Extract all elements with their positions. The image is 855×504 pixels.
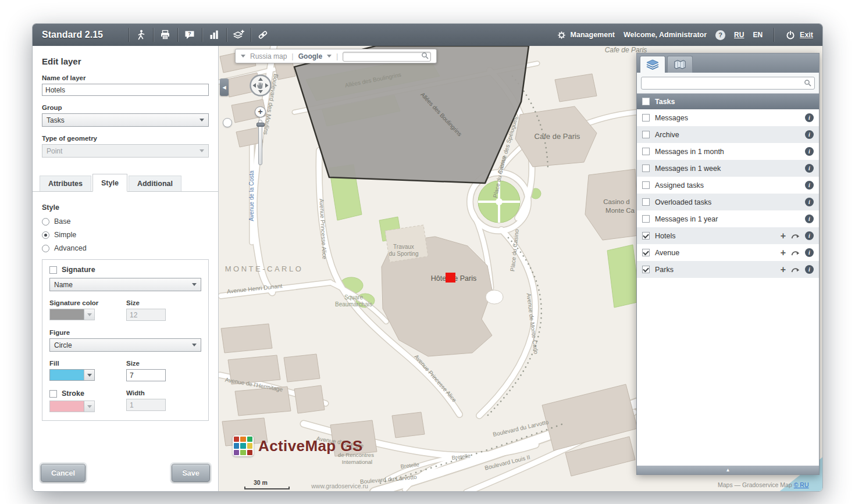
radio-base[interactable]: Base (42, 217, 209, 226)
group-checkbox[interactable] (642, 98, 650, 105)
language-en[interactable]: EN (753, 31, 763, 39)
swatch-dropdown-button[interactable] (84, 370, 94, 380)
layers-panel-collapse[interactable]: ▲ (637, 466, 819, 474)
layer-info-icon[interactable]: i (805, 248, 814, 257)
search-icon[interactable] (804, 79, 812, 87)
map-search (343, 51, 431, 62)
print-button[interactable] (156, 27, 175, 43)
map-round-control[interactable] (223, 118, 232, 127)
tab-layers[interactable] (640, 56, 665, 73)
layer-row-messages-in-1-week[interactable]: Messages in 1 weeki (637, 160, 819, 177)
signature-field-select[interactable]: Name (49, 278, 201, 291)
group-select[interactable]: Tasks (42, 113, 209, 127)
layer-label: Messages (655, 114, 800, 122)
provider-select[interactable]: Google (298, 52, 322, 60)
layer-row-overloaded-tasks[interactable]: Overloaded tasksi (637, 194, 819, 210)
layer-row-hotels[interactable]: Hotels+i (637, 227, 819, 244)
layer-checkbox[interactable] (642, 266, 650, 273)
add-feature-icon[interactable]: + (781, 265, 786, 274)
stroke-checkbox-row[interactable]: Stroke (49, 389, 113, 398)
feedback-button[interactable]: ? (180, 27, 200, 43)
edit-geometry-icon[interactable] (791, 266, 800, 273)
add-layer-button[interactable] (229, 27, 248, 43)
signature-label: Signature (62, 266, 95, 274)
layer-row-avenue[interactable]: Avenue+i (637, 244, 819, 261)
collapse-left-panel-button[interactable]: ◀ (220, 78, 229, 96)
fill-size-input[interactable] (126, 369, 166, 381)
layer-row-archive[interactable]: Archivei (637, 126, 819, 143)
edit-geometry-icon[interactable] (791, 249, 800, 256)
layer-checkbox[interactable] (642, 114, 650, 121)
layer-checkbox[interactable] (642, 148, 650, 155)
tab-additional[interactable]: Additional (129, 176, 181, 191)
layer-row-messages[interactable]: Messagesi (637, 109, 819, 126)
help-button[interactable]: ? (715, 30, 725, 40)
layer-row-parks[interactable]: Parks+i (637, 261, 819, 278)
layer-info-icon[interactable]: i (805, 215, 814, 223)
fill-color-swatch (50, 370, 84, 380)
search-icon[interactable] (421, 52, 429, 60)
language-ru[interactable]: RU (734, 31, 744, 39)
radio-advanced-label: Advanced (54, 244, 87, 252)
map-scale: 30 m (244, 479, 290, 489)
exit-button[interactable]: Exit (785, 30, 813, 40)
link-button[interactable] (254, 27, 273, 43)
walking-person-tool-button[interactable] (131, 27, 151, 43)
layer-checkbox[interactable] (642, 215, 650, 223)
fill-color-picker[interactable] (49, 369, 95, 381)
selected-feature-polygon[interactable] (294, 46, 529, 183)
zoom-slider-handle[interactable] (256, 123, 265, 127)
layer-checkbox[interactable] (642, 181, 650, 189)
layer-info-icon[interactable]: i (805, 265, 814, 274)
layer-info-icon[interactable]: i (805, 147, 814, 156)
tab-style[interactable]: Style (92, 174, 127, 192)
toolbar-divider (153, 28, 154, 42)
top-toolbar: Standard 2.15 ? (33, 24, 822, 46)
fill-label: Fill (49, 360, 113, 367)
layer-checkbox[interactable] (642, 232, 650, 240)
layer-checkbox[interactable] (642, 165, 650, 172)
radio-simple[interactable]: Simple (42, 231, 209, 239)
layer-info-icon[interactable]: i (805, 181, 814, 190)
cancel-button[interactable]: Cancel (41, 464, 86, 482)
layer-checkbox[interactable] (642, 249, 650, 256)
pan-control[interactable] (249, 74, 272, 99)
toolbar-divider (177, 28, 178, 42)
edit-geometry-icon[interactable] (791, 233, 800, 240)
stroke-checkbox[interactable] (49, 390, 57, 398)
save-button[interactable]: Save (172, 464, 210, 482)
hotels-layer-marker[interactable] (446, 273, 455, 283)
layer-checkbox[interactable] (642, 131, 650, 138)
layers-search-input[interactable] (641, 77, 815, 90)
layer-info-icon[interactable]: i (805, 164, 814, 173)
attribution-link[interactable]: © RU (794, 481, 809, 488)
signature-checkbox-row[interactable]: Signature (49, 266, 201, 274)
layer-info-icon[interactable]: i (805, 130, 814, 139)
map-search-input[interactable] (343, 52, 431, 62)
layer-group-header[interactable]: Tasks (637, 94, 819, 109)
tab-attributes[interactable]: Attributes (40, 176, 91, 191)
add-feature-icon[interactable]: + (781, 248, 786, 258)
zoom-in-button[interactable]: + (255, 106, 266, 117)
chevron-down-icon[interactable] (241, 55, 245, 58)
layer-row-assigned-tasks[interactable]: Assigned tasksi (637, 177, 819, 194)
zoom-slider[interactable] (258, 120, 262, 165)
layer-row-messages-in-1-month[interactable]: Messages in 1 monthi (637, 143, 819, 160)
layer-row-messages-in-1-year[interactable]: Messages in 1 yeari (637, 210, 819, 227)
signature-checkbox[interactable] (49, 266, 57, 274)
layer-checkbox[interactable] (642, 198, 650, 206)
name-of-layer-label: Name of layer (42, 74, 209, 81)
layer-info-icon[interactable]: i (805, 231, 814, 240)
management-button[interactable]: Management (557, 30, 615, 40)
layer-name-input[interactable] (42, 84, 209, 96)
chevron-down-icon[interactable] (327, 55, 332, 58)
statistics-button[interactable] (205, 27, 224, 43)
toolbar-divider (226, 28, 227, 42)
tab-legend[interactable] (667, 56, 693, 73)
radio-advanced[interactable]: Advanced (42, 244, 209, 252)
layer-info-icon[interactable]: i (805, 198, 814, 206)
layer-info-icon[interactable]: i (805, 113, 814, 122)
add-feature-icon[interactable]: + (781, 231, 786, 241)
figure-select[interactable]: Circle (49, 338, 201, 352)
base-layer-select[interactable]: Russia map (250, 52, 287, 60)
